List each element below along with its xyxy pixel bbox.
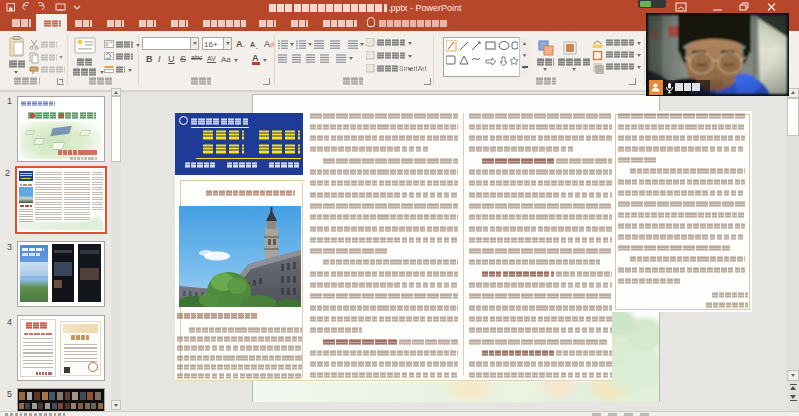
svg-text:A: A — [264, 39, 270, 49]
